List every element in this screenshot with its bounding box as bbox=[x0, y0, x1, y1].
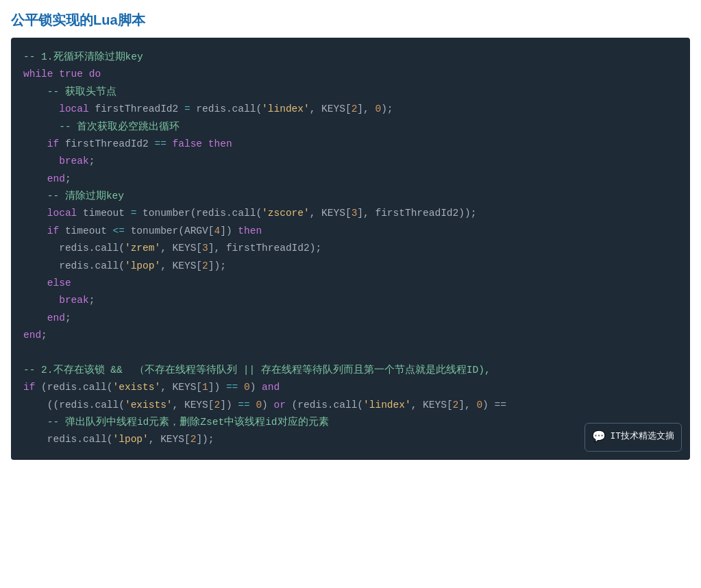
code-line-2: while true do bbox=[23, 66, 678, 83]
kw-local-2: local bbox=[47, 208, 77, 219]
comment-19: -- 2.不存在该锁 && （不存在线程等待队列 || 存在线程等待队列而且第一… bbox=[23, 365, 491, 376]
watermark-text: IT技术精选文摘 bbox=[610, 429, 674, 445]
kw-break-1: break bbox=[59, 156, 89, 167]
page-container: 公平锁实现的Lua脚本 -- 1.死循环清除过期key while true d… bbox=[0, 0, 701, 471]
code-line-13: redis.call('lpop', KEYS[2]); bbox=[23, 258, 678, 275]
kw-if-1: if bbox=[47, 138, 59, 149]
comment-22: -- 弹出队列中线程id元素，删除Zset中该线程id对应的元素 bbox=[47, 417, 329, 428]
code-line-10: local timeout = tonumber(redis.call('zsc… bbox=[23, 205, 678, 222]
code-line-23: redis.call('lpop', KEYS[2]); bbox=[23, 431, 678, 448]
watermark: 💬 IT技术精选文摘 bbox=[585, 423, 682, 452]
code-line-17: end; bbox=[23, 327, 678, 344]
code-line-11: if timeout <= tonumber(ARGV[4]) then bbox=[23, 223, 678, 240]
code-line-6: if firstThreadId2 == false then bbox=[23, 136, 678, 153]
code-line-16: end; bbox=[23, 310, 678, 327]
kw-true: true bbox=[59, 69, 83, 79]
code-line-5: -- 首次获取必空跳出循环 bbox=[23, 119, 678, 136]
code-line-8: end; bbox=[23, 171, 678, 188]
kw-do: do bbox=[89, 69, 101, 79]
code-line-20: if (redis.call('exists', KEYS[1]) == 0) … bbox=[23, 379, 678, 396]
code-line-19: -- 2.不存在该锁 && （不存在线程等待队列 || 存在线程等待队列而且第一… bbox=[23, 362, 678, 379]
kw-local-1: local bbox=[59, 103, 89, 114]
code-line-3: -- 获取头节点 bbox=[23, 84, 678, 101]
kw-if-3: if bbox=[23, 382, 35, 393]
str-lpop-2: 'lpop' bbox=[113, 434, 149, 445]
code-line-7: break; bbox=[23, 153, 678, 170]
kw-if-2: if bbox=[47, 225, 59, 236]
code-line-15: break; bbox=[23, 292, 678, 309]
comment-3: -- 获取头节点 bbox=[47, 86, 116, 97]
kw-then-2: then bbox=[238, 225, 262, 236]
comment-5: -- 首次获取必空跳出循环 bbox=[59, 121, 180, 132]
code-line-12: redis.call('zrem', KEYS[3], firstThreadI… bbox=[23, 240, 678, 257]
code-line-4: local firstThreadId2 = redis.call('linde… bbox=[23, 101, 678, 118]
kw-while: while bbox=[23, 69, 53, 79]
kw-and: and bbox=[262, 382, 280, 393]
str-lpop-1: 'lpop' bbox=[125, 260, 160, 271]
code-line-14: else bbox=[23, 275, 678, 292]
page-title: 公平锁实现的Lua脚本 bbox=[11, 11, 690, 29]
kw-then-1: then bbox=[208, 138, 232, 149]
kw-or: or bbox=[274, 400, 286, 411]
kw-else: else bbox=[47, 278, 71, 289]
str-exists-2: 'exists' bbox=[125, 400, 173, 411]
str-lindex-1: 'lindex' bbox=[262, 103, 310, 114]
str-zrem: 'zrem' bbox=[125, 243, 160, 254]
code-line-22: -- 弹出队列中线程id元素，删除Zset中该线程id对应的元素 bbox=[23, 414, 678, 431]
str-lindex-2: 'lindex' bbox=[363, 400, 411, 411]
comment-9: -- 清除过期key bbox=[47, 191, 124, 201]
str-zscore: 'zscore' bbox=[262, 208, 310, 219]
kw-end-3: end bbox=[23, 330, 41, 341]
kw-break-2: break bbox=[59, 295, 89, 306]
str-exists-1: 'exists' bbox=[113, 382, 161, 393]
kw-end-2: end bbox=[47, 313, 65, 323]
code-block: -- 1.死循环清除过期key while true do -- 获取头节点 l… bbox=[11, 38, 690, 460]
code-line-18 bbox=[23, 344, 678, 361]
code-line-1: -- 1.死循环清除过期key bbox=[23, 49, 678, 66]
comment-1: -- 1.死循环清除过期key bbox=[23, 51, 143, 62]
code-line-21: ((redis.call('exists', KEYS[2]) == 0) or… bbox=[23, 397, 678, 414]
kw-end-1: end bbox=[47, 173, 65, 184]
kw-false-1: false bbox=[173, 138, 203, 149]
wechat-icon: 💬 bbox=[592, 428, 606, 447]
code-line-9: -- 清除过期key bbox=[23, 188, 678, 205]
